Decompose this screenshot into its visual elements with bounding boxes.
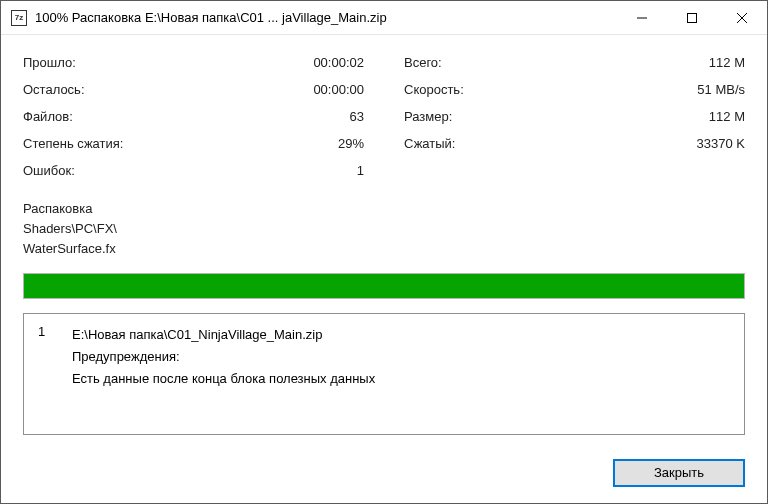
stat-value: 33370 K xyxy=(697,134,745,154)
message-box: 1 E:\Новая папка\C01_NinjaVillage_Main.z… xyxy=(23,313,745,435)
stat-value: 00:00:00 xyxy=(313,80,364,100)
stat-value: 1 xyxy=(357,161,364,181)
stat-label: Скорость: xyxy=(404,80,464,100)
message-body: E:\Новая папка\C01_NinjaVillage_Main.zip… xyxy=(72,324,730,390)
stat-value: 29% xyxy=(338,134,364,154)
stat-compressed: Сжатый: 33370 K xyxy=(404,134,745,154)
message-row: 1 E:\Новая папка\C01_NinjaVillage_Main.z… xyxy=(38,324,730,390)
message-index: 1 xyxy=(38,324,52,390)
stat-value: 00:00:02 xyxy=(313,53,364,73)
stats-left-column: Прошло: 00:00:02 Осталось: 00:00:00 Файл… xyxy=(23,53,364,181)
stat-label: Ошибок: xyxy=(23,161,75,181)
stat-compression-ratio: Степень сжатия: 29% xyxy=(23,134,364,154)
minimize-button[interactable] xyxy=(617,1,667,34)
stat-label: Осталось: xyxy=(23,80,85,100)
operation-title: Распаковка xyxy=(23,199,745,219)
footer: Закрыть xyxy=(1,445,767,503)
stat-label: Степень сжатия: xyxy=(23,134,123,154)
stat-value: 51 MB/s xyxy=(697,80,745,100)
window-controls xyxy=(617,1,767,34)
stat-label: Размер: xyxy=(404,107,452,127)
close-button[interactable]: Закрыть xyxy=(613,459,745,487)
progress-bar xyxy=(23,273,745,299)
stats-panel: Прошло: 00:00:02 Осталось: 00:00:00 Файл… xyxy=(23,53,745,181)
message-warning-header: Предупреждения: xyxy=(72,346,730,368)
content-area: Прошло: 00:00:02 Осталось: 00:00:00 Файл… xyxy=(1,35,767,445)
stat-label: Файлов: xyxy=(23,107,73,127)
stat-label: Прошло: xyxy=(23,53,76,73)
app-icon: 7z xyxy=(11,10,27,26)
close-icon xyxy=(737,13,747,23)
stat-errors: Ошибок: 1 xyxy=(23,161,364,181)
stat-value: 63 xyxy=(350,107,364,127)
titlebar: 7z 100% Распаковка E:\Новая папка\C01 ..… xyxy=(1,1,767,35)
stat-label: Всего: xyxy=(404,53,442,73)
message-file: E:\Новая папка\C01_NinjaVillage_Main.zip xyxy=(72,324,730,346)
stat-speed: Скорость: 51 MB/s xyxy=(404,80,745,100)
operation-file: WaterSurface.fx xyxy=(23,239,745,259)
close-window-button[interactable] xyxy=(717,1,767,34)
operation-block: Распаковка Shaders\PC\FX\ WaterSurface.f… xyxy=(23,199,745,259)
window-title: 100% Распаковка E:\Новая папка\C01 ... j… xyxy=(35,10,617,25)
stat-total: Всего: 112 M xyxy=(404,53,745,73)
minimize-icon xyxy=(637,13,647,23)
stat-size: Размер: 112 M xyxy=(404,107,745,127)
svg-rect-1 xyxy=(688,13,697,22)
dialog-window: 7z 100% Распаковка E:\Новая папка\C01 ..… xyxy=(0,0,768,504)
stat-files: Файлов: 63 xyxy=(23,107,364,127)
stat-remaining: Осталось: 00:00:00 xyxy=(23,80,364,100)
operation-path: Shaders\PC\FX\ xyxy=(23,219,745,239)
stat-value: 112 M xyxy=(709,107,745,127)
stat-elapsed: Прошло: 00:00:02 xyxy=(23,53,364,73)
stats-right-column: Всего: 112 M Скорость: 51 MB/s Размер: 1… xyxy=(404,53,745,181)
maximize-button[interactable] xyxy=(667,1,717,34)
maximize-icon xyxy=(687,13,697,23)
stat-label: Сжатый: xyxy=(404,134,456,154)
message-warning-text: Есть данные после конца блока полезных д… xyxy=(72,368,730,390)
stat-value: 112 M xyxy=(709,53,745,73)
